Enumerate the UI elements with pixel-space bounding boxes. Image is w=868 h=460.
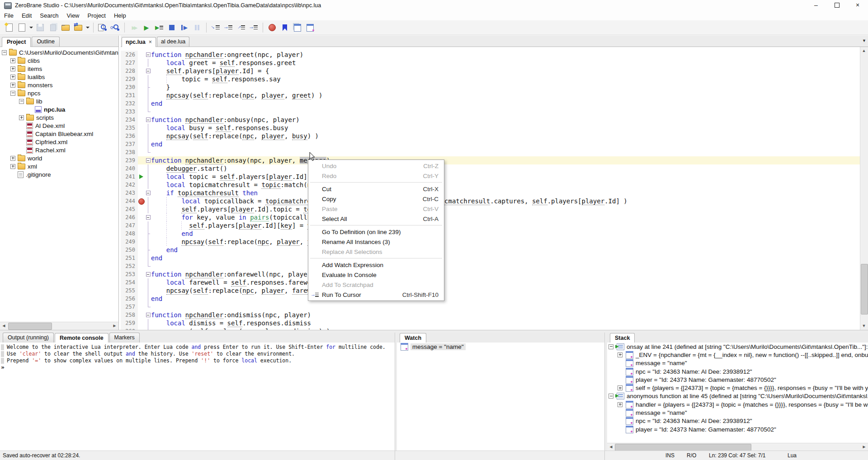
code-line[interactable]: 240 debugger.start() — [121, 164, 860, 173]
menu-file[interactable]: File — [0, 11, 18, 20]
fold-margin[interactable] — [145, 230, 151, 238]
expand-icon[interactable] — [19, 115, 24, 120]
fold-margin[interactable] — [145, 156, 151, 164]
tree-item[interactable]: .gitignore — [0, 170, 118, 178]
fold-margin[interactable] — [145, 164, 151, 173]
tree-item[interactable]: Rachel.xml — [0, 146, 118, 154]
code-line[interactable]: 243 if topicmatchresult then — [121, 189, 860, 197]
expand-icon[interactable] — [10, 83, 15, 88]
code-line[interactable]: 232end — [121, 99, 860, 108]
expand-icon[interactable] — [10, 156, 15, 161]
menu-search[interactable]: Search — [36, 11, 62, 20]
stack-item[interactable]: player = "Id: 24373 Name: Gamemaster: 48… — [607, 376, 868, 384]
code-line[interactable]: 252 — [121, 262, 860, 270]
tree-item[interactable]: items — [0, 65, 118, 73]
tab-watch[interactable]: Watch — [400, 333, 426, 343]
menu-item-copy[interactable]: CopyCtrl-C — [308, 194, 444, 204]
tree-item[interactable]: npc.lua — [0, 105, 118, 113]
fold-margin[interactable] — [145, 124, 151, 132]
fold-margin[interactable] — [145, 99, 151, 108]
scroll-right-icon[interactable]: ► — [860, 443, 868, 451]
fold-margin[interactable] — [145, 254, 151, 262]
tree-item[interactable]: Captain Bluebear.xml — [0, 130, 118, 138]
collapse-icon[interactable] — [2, 50, 7, 55]
watch-item[interactable]: message = "name" — [397, 343, 604, 351]
stack-item[interactable]: _ENV = {npchandler = {mt = {__index = ni… — [607, 351, 868, 359]
tree-item[interactable]: npcs — [0, 89, 118, 97]
fold-margin[interactable] — [145, 148, 151, 156]
fold-margin[interactable] — [145, 116, 151, 124]
code-line[interactable]: 249 npcsay(self:replace(npc, player, top… — [121, 238, 860, 246]
menu-item-cut[interactable]: CutCtrl-X — [308, 184, 444, 194]
breakpoint-icon[interactable] — [266, 22, 278, 33]
fold-margin[interactable] — [145, 173, 151, 181]
tree-item[interactable]: C:\Users\Murilo\Documents\Git\mtanksl — [0, 48, 118, 56]
fold-margin[interactable] — [145, 132, 151, 140]
tab-output-running-[interactable]: Output (running) — [3, 333, 54, 343]
code-line[interactable]: 226function npchandler:ongreet(npc, play… — [121, 51, 860, 59]
stack-item[interactable]: message = "name" — [607, 359, 868, 367]
scroll-up-icon[interactable]: ▲ — [860, 47, 868, 55]
menu-project[interactable]: Project — [84, 11, 110, 20]
fold-margin[interactable] — [145, 140, 151, 148]
menu-item-go-to-definition-on-line-239-[interactable]: Go To Definition (on line 239) — [308, 227, 444, 237]
tab-project[interactable]: Project — [2, 37, 31, 47]
code-line[interactable]: 254 local farewell = self.responses.fare… — [121, 278, 860, 286]
menu-help[interactable]: Help — [110, 11, 130, 20]
stack-window-icon[interactable] — [292, 22, 303, 33]
fold-margin[interactable] — [145, 319, 151, 327]
menu-edit[interactable]: Edit — [18, 11, 36, 20]
proj-load-icon[interactable] — [60, 22, 71, 33]
tab-stack[interactable]: Stack — [610, 333, 635, 343]
editor-tab-npc.lua[interactable]: npc.lua× — [122, 37, 156, 47]
fold-margin[interactable] — [145, 197, 151, 205]
maximize-button[interactable] — [826, 0, 847, 11]
code-line[interactable]: 230 } — [121, 83, 860, 91]
dropdown-icon[interactable] — [28, 22, 33, 33]
watch-window-icon[interactable] — [304, 22, 316, 33]
open-file-icon[interactable] — [16, 22, 28, 33]
scrollbar-thumb[interactable] — [8, 323, 52, 330]
expand-icon[interactable] — [618, 402, 623, 407]
step-into-icon[interactable] — [210, 22, 222, 33]
code-area[interactable]: 226function npchandler:ongreet(npc, play… — [121, 47, 860, 330]
menu-view[interactable]: View — [63, 11, 84, 20]
tree-item[interactable]: lualibs — [0, 73, 118, 81]
fold-margin[interactable] — [145, 278, 151, 286]
tree-item[interactable]: Cipfried.xml — [0, 138, 118, 146]
code-line[interactable]: 239function npchandler:onsay(npc, player… — [121, 156, 860, 164]
stop-icon[interactable] — [166, 22, 178, 33]
code-line[interactable]: 237end — [121, 140, 860, 148]
code-line[interactable]: 251end — [121, 254, 860, 262]
find-icon[interactable] — [97, 22, 108, 33]
scroll-left-icon[interactable]: ◄ — [607, 443, 615, 451]
tree-item[interactable]: Al Dee.xml — [0, 122, 118, 130]
menu-item-select-all[interactable]: Select AllCtrl-A — [308, 214, 444, 224]
code-line[interactable]: 246 for key, value in pairs(topiccallbac… — [121, 213, 860, 221]
stack-item[interactable]: handler = {players = {[24373] = {topic =… — [607, 400, 868, 408]
tree-item[interactable]: monsters — [0, 81, 118, 89]
fold-margin[interactable] — [145, 246, 151, 254]
tab-markers[interactable]: Markers — [109, 333, 140, 343]
fold-margin[interactable] — [145, 311, 151, 319]
bookmark-icon[interactable] — [279, 22, 291, 33]
fold-margin[interactable] — [145, 238, 151, 246]
tab-remote-console[interactable]: Remote console — [55, 333, 108, 343]
new-file-icon[interactable] — [3, 22, 15, 33]
fold-margin[interactable] — [145, 51, 151, 59]
console-output[interactable]: Welcome to the interactive Lua interpret… — [0, 343, 395, 451]
run-scratch-icon[interactable] — [153, 22, 165, 33]
scrollbar-thumb[interactable] — [615, 444, 751, 451]
code-line[interactable]: 255 npcsay(self:replace(npc, player, far… — [121, 286, 860, 295]
code-line[interactable]: 241 local topic = self.players[player.Id… — [121, 173, 860, 181]
code-line[interactable]: 238 — [121, 148, 860, 156]
run-icon[interactable] — [141, 22, 152, 33]
code-line[interactable]: 256end — [121, 295, 860, 303]
fold-margin[interactable] — [145, 108, 151, 116]
proj-sync-icon[interactable] — [72, 22, 84, 33]
code-line[interactable]: 245 self.players[player.Id].topic = topi… — [121, 205, 860, 213]
fold-margin[interactable] — [145, 189, 151, 197]
scroll-right-icon[interactable]: ► — [111, 322, 118, 329]
stack-item[interactable]: npc = "Id: 24363 Name: Al Dee: 23938912" — [607, 417, 868, 425]
stack-item[interactable]: message = "name" — [607, 408, 868, 417]
